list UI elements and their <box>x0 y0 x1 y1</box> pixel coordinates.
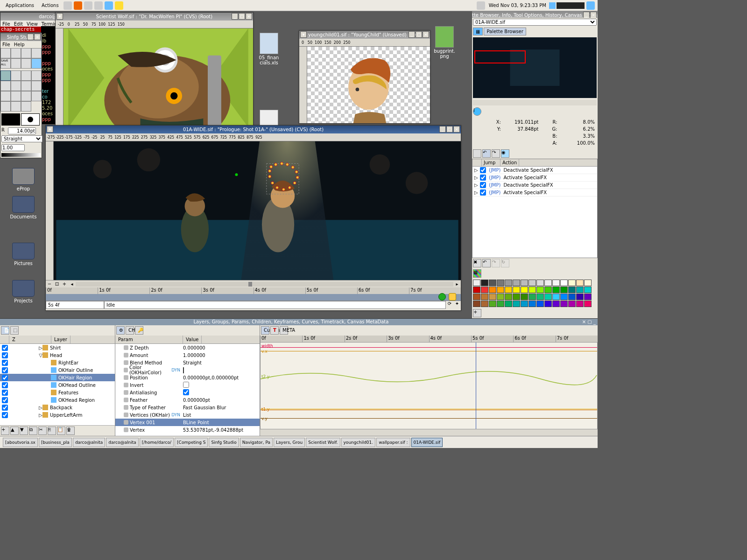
taskbar-item[interactable]: wallpaper.sif : <box>376 438 410 447</box>
close-icon[interactable]: × ▢ _ <box>582 319 596 325</box>
open-icon[interactable] <box>11 48 21 58</box>
history-item[interactable]: ▷ (JMP)Activate SpecialFX <box>472 189 597 196</box>
undo-icon[interactable] <box>11 58 21 69</box>
palette-swatch[interactable] <box>529 287 536 293</box>
history-checkbox[interactable] <box>480 175 486 181</box>
tool-zoom[interactable] <box>11 101 21 112</box>
palette-swatch[interactable] <box>529 280 536 286</box>
firefox-icon[interactable] <box>74 1 82 10</box>
minimize-icon[interactable]: _ <box>583 12 590 18</box>
app-icon[interactable] <box>105 1 113 10</box>
palette-swatch[interactable] <box>497 287 504 293</box>
palette-swatch[interactable] <box>513 294 520 300</box>
taskbar-item[interactable]: Layers, Grou <box>274 438 305 447</box>
record-icon[interactable] <box>438 293 446 301</box>
palette-swatch[interactable] <box>481 280 488 286</box>
palette-swatch[interactable] <box>529 301 536 307</box>
palette-swatch[interactable] <box>489 287 496 293</box>
tool-rect[interactable] <box>21 81 31 91</box>
globe-icon[interactable]: ◉ <box>501 149 509 158</box>
history-checkbox[interactable] <box>480 167 486 173</box>
layer-up-icon[interactable]: ▲ <box>10 427 19 435</box>
param-row[interactable]: Antialiasing <box>115 389 260 396</box>
palette-swatch[interactable] <box>505 294 512 300</box>
taskbar-item[interactable]: 01A-WIDE.sif <box>411 438 443 447</box>
layer-row[interactable]: RightEar <box>0 359 115 366</box>
save-icon[interactable] <box>21 48 31 58</box>
param-checkbox[interactable] <box>183 389 189 395</box>
params-tab-icon[interactable]: ⚙ <box>116 326 125 335</box>
info-icon[interactable]: i <box>473 107 481 116</box>
palette-swatch[interactable] <box>473 294 480 300</box>
palette-swatch[interactable] <box>544 301 552 307</box>
palette-swatch[interactable] <box>536 294 544 300</box>
taskbar-item[interactable]: [aboutvoria.sx <box>3 438 38 447</box>
menu-icon[interactable]: ▾ <box>56 13 63 20</box>
minimize-icon[interactable]: _ <box>439 126 446 133</box>
new-icon[interactable] <box>0 48 11 58</box>
menu-edit[interactable]: Edit <box>14 21 23 27</box>
palette-swatch[interactable] <box>576 280 584 286</box>
file-xls[interactable]: 05_finan cials.xls <box>258 33 280 65</box>
palette-swatch[interactable] <box>584 280 592 286</box>
layer-visible-checkbox[interactable] <box>2 360 8 366</box>
children-tab[interactable]: CHILD <box>126 326 134 335</box>
menu-applications[interactable]: Applications <box>2 2 38 9</box>
layer-copy-icon[interactable]: ⎘ <box>48 427 56 435</box>
saveall-button[interactable]: SAVE ALL <box>0 58 11 69</box>
add-color-icon[interactable]: + <box>473 309 481 317</box>
redo2-icon[interactable]: ↷ <box>492 259 500 267</box>
close-icon[interactable]: × <box>423 31 429 38</box>
palette-swatch[interactable] <box>584 294 592 300</box>
minimize-icon[interactable]: _ <box>232 13 238 20</box>
maximize-icon[interactable]: ▢ <box>416 31 422 38</box>
close-icon[interactable]: × <box>453 126 460 133</box>
tool-icon[interactable] <box>31 58 42 69</box>
taskbar-item[interactable]: [business_pla <box>39 438 72 447</box>
layer-visible-checkbox[interactable] <box>2 352 8 358</box>
palette-swatch[interactable] <box>489 294 496 300</box>
palette-swatch[interactable] <box>505 287 512 293</box>
app-icon[interactable] <box>84 1 92 10</box>
layer-row[interactable]: OKHead Outline <box>0 381 115 389</box>
layer-row[interactable]: ▷ Shirt <box>0 344 115 351</box>
param-row[interactable]: Type of FeatherFast Gaussian Blur <box>115 404 260 411</box>
undo-tab-icon[interactable]: ↶ <box>482 149 491 158</box>
minimize-icon[interactable]: _ <box>409 31 415 38</box>
palette-swatch[interactable] <box>568 301 576 307</box>
palette-swatch[interactable] <box>473 301 480 307</box>
palette-swatch[interactable] <box>560 287 568 293</box>
tool-sketch[interactable] <box>0 101 11 112</box>
palette-swatch[interactable] <box>481 287 488 293</box>
palette-swatch[interactable] <box>544 280 552 286</box>
undo2-icon[interactable]: ↶ <box>482 259 491 267</box>
palette-swatch[interactable] <box>489 280 496 286</box>
layer-visible-checkbox[interactable] <box>2 382 8 388</box>
palette-swatch[interactable] <box>576 301 584 307</box>
palette-swatch[interactable] <box>552 301 560 307</box>
palette-swatch[interactable] <box>481 301 488 307</box>
tool-pen[interactable] <box>11 91 21 101</box>
taskbar-item[interactable]: [Competing S <box>175 438 208 447</box>
volume-icon[interactable] <box>477 1 485 10</box>
history-icon[interactable] <box>473 149 481 158</box>
layer-visible-checkbox[interactable] <box>2 412 8 418</box>
palette-swatch[interactable] <box>521 280 528 286</box>
gradient-preview[interactable] <box>1 153 41 157</box>
palette-swatch[interactable] <box>529 294 536 300</box>
tool-text[interactable] <box>31 91 42 101</box>
menu-file[interactable]: File <box>2 21 10 27</box>
param-row[interactable]: Position0.000000pt,0.000000pt <box>115 374 260 381</box>
palette-swatch[interactable] <box>505 280 512 286</box>
tray-icon[interactable] <box>549 2 556 9</box>
param-row[interactable]: Vertex53.530781pt,-9.042888pt <box>115 426 260 434</box>
menu-actions[interactable]: Actions <box>38 2 63 9</box>
palette-swatch[interactable] <box>536 287 544 293</box>
canvas-viewport[interactable] <box>54 141 461 280</box>
maximize-icon[interactable]: ▢ <box>446 126 453 133</box>
palette-swatch[interactable] <box>536 280 544 286</box>
layer-visible-checkbox[interactable] <box>2 390 8 396</box>
palette-swatch[interactable] <box>576 287 584 293</box>
taskbar-item[interactable]: Sinfg Studio <box>209 438 239 447</box>
palette-swatch[interactable] <box>544 287 552 293</box>
